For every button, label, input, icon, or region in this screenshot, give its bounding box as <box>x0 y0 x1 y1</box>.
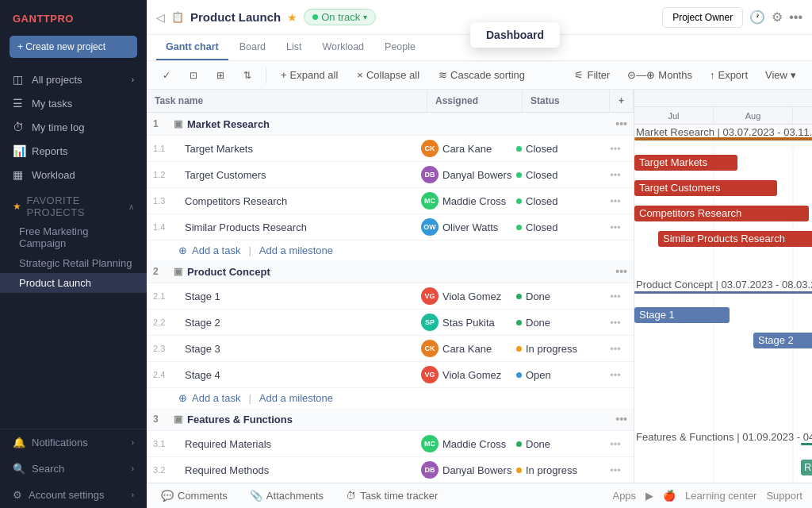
add-task-row[interactable]: ⊕ Add a task | Add a milestone <box>147 388 634 408</box>
task-num: 1.4 <box>153 222 178 232</box>
status-dot <box>516 225 522 230</box>
status-label: Closed <box>526 221 557 233</box>
activity-icon[interactable]: 🕐 <box>749 10 765 25</box>
support-label[interactable]: Support <box>766 490 802 502</box>
play-icon[interactable]: ▶ <box>645 490 653 502</box>
add-task-row[interactable]: ⊕ Add a task | Add a milestone <box>147 241 634 260</box>
status-dot <box>516 172 522 178</box>
project-title: Product Launch <box>190 10 281 24</box>
apple-icon[interactable]: 🍎 <box>663 490 676 502</box>
grid-icon[interactable]: ⊡ <box>183 67 204 84</box>
row-options-icon[interactable]: ••• <box>603 195 627 207</box>
svg-rect-12 <box>634 137 812 140</box>
sidebar-item-all-projects[interactable]: ◫ All projects › <box>0 67 147 91</box>
create-project-button[interactable]: + Create new project <box>10 36 137 58</box>
sidebar-item-workload[interactable]: ▦ Workload <box>0 163 147 187</box>
th-add[interactable]: + <box>610 90 634 112</box>
row-options-icon[interactable]: ••• <box>603 438 627 450</box>
task-name: Stage 1 <box>178 291 421 302</box>
assignee-name: Viola Gomez <box>442 369 501 381</box>
bell-icon: 🔔 <box>13 437 25 448</box>
svg-text:Competitors Research: Competitors Research <box>639 207 741 219</box>
expand-icon[interactable]: ▣ <box>174 414 182 425</box>
sidebar-item-free-marketing[interactable]: Free Marketing Campaign <box>0 221 147 253</box>
checkbox-icon[interactable]: ✓ <box>156 67 177 84</box>
group-name: Features & Functions <box>187 414 611 425</box>
star-icon[interactable]: ★ <box>287 11 297 24</box>
row-options-icon[interactable]: ••• <box>603 464 627 476</box>
expand-icon[interactable]: ▣ <box>174 118 182 129</box>
more-options-icon[interactable]: ••• <box>615 413 627 425</box>
add-milestone-label[interactable]: Add a milestone <box>259 392 333 404</box>
row-options-icon[interactable]: ••• <box>603 369 627 381</box>
project-owner-button[interactable]: Project Owner <box>662 7 743 28</box>
sidebar-item-notifications[interactable]: 🔔 Notifications › <box>0 429 147 456</box>
apps-label[interactable]: Apps <box>612 490 636 502</box>
time-tracker-label: Task time tracker <box>360 490 438 502</box>
tab-board[interactable]: Board <box>230 35 275 60</box>
collapse-label: Collapse all <box>366 69 419 81</box>
task-assigned: MC Maddie Cross <box>421 192 516 210</box>
columns-icon[interactable]: ⊞ <box>210 67 231 84</box>
sidebar-item-my-tasks[interactable]: ☰ My tasks <box>0 91 147 115</box>
add-milestone-label[interactable]: Add a milestone <box>259 244 333 256</box>
sidebar-item-time-log[interactable]: ⏱ My time log <box>0 115 147 139</box>
tab-workload[interactable]: Workload <box>313 35 374 60</box>
time-tracker-button[interactable]: ⏱ Task time tracker <box>341 487 442 504</box>
cascade-sorting-button[interactable]: ≋ Cascade sorting <box>432 66 531 84</box>
sidebar-item-strategic-retail[interactable]: Strategic Retail Planning <box>0 253 147 273</box>
row-options-icon[interactable]: ••• <box>603 221 627 233</box>
tab-people[interactable]: People <box>375 35 425 60</box>
expand-all-button[interactable]: + Expand all <box>274 66 344 84</box>
sidebar-item-account[interactable]: ⚙ Account settings › <box>0 482 147 508</box>
task-status: Done <box>516 291 603 302</box>
tab-list[interactable]: List <box>277 35 311 60</box>
status-badge[interactable]: On track ▾ <box>304 9 376 25</box>
comments-button[interactable]: 💬 Comments <box>156 487 232 504</box>
row-options-icon[interactable]: ••• <box>603 291 627 302</box>
export-button[interactable]: ↑ Export <box>703 66 754 84</box>
chevron-right-icon: › <box>132 491 134 499</box>
expand-icon[interactable]: ▣ <box>174 266 182 277</box>
sidebar-item-reports[interactable]: 📊 Reports <box>0 139 147 163</box>
assignee-name: Danyal Bowers <box>442 169 511 181</box>
group-num: 2 <box>153 266 169 277</box>
assignee-name: Stas Pukita <box>442 317 495 329</box>
svg-text:Market Research | 03.07.2023 -: Market Research | 03.07.2023 - 03.11.202… <box>636 126 812 138</box>
view-button[interactable]: View ▾ <box>759 66 802 84</box>
tab-gantt-chart[interactable]: Gantt chart <box>156 35 228 60</box>
avatar: CK <box>421 140 439 157</box>
learning-center-label[interactable]: Learning center <box>685 490 756 502</box>
workload-icon: ▦ <box>13 168 25 181</box>
sidebar-item-label: Reports <box>32 145 68 157</box>
sidebar-item-label: Search <box>32 463 64 475</box>
status-dot <box>516 468 522 473</box>
months-button[interactable]: ⊝—⊕ Months <box>621 66 699 84</box>
sidebar-item-product-launch[interactable]: Product Launch <box>0 273 147 293</box>
row-options-icon[interactable]: ••• <box>603 317 627 329</box>
row-options-icon[interactable]: ••• <box>603 169 627 181</box>
task-status: Closed <box>516 143 603 155</box>
more-options-icon[interactable]: ••• <box>615 117 627 130</box>
row-options-icon[interactable]: ••• <box>603 343 627 355</box>
sidebar-item-search[interactable]: 🔍 Search › <box>0 456 147 482</box>
task-name: Similar Products Research <box>178 221 421 233</box>
task-name: Competitors Research <box>178 195 421 207</box>
task-assigned: MC Maddie Cross <box>421 435 516 452</box>
more-options-icon[interactable]: ••• <box>615 265 627 278</box>
chevron-down-icon[interactable]: ∧ <box>128 202 135 211</box>
row-options-icon[interactable]: ••• <box>603 143 627 155</box>
more-options-icon[interactable]: ••• <box>789 10 802 25</box>
filter-button[interactable]: ⚟ Filter <box>568 66 616 84</box>
separator: | <box>248 244 251 256</box>
add-task-label[interactable]: Add a task <box>192 392 240 404</box>
attachments-button[interactable]: 📎 Attachments <box>245 487 328 504</box>
add-task-label[interactable]: Add a task <box>192 244 240 256</box>
sort-icon[interactable]: ⇅ <box>237 67 258 84</box>
collapse-all-button[interactable]: × Collapse all <box>350 66 426 84</box>
settings-icon[interactable]: ⚙ <box>772 10 783 25</box>
assignee-name: Maddie Cross <box>442 195 506 207</box>
sidebar-toggle-icon[interactable]: ◁ <box>156 11 165 24</box>
table-row: 3.2 Required Methods DB Danyal Bowers In… <box>147 457 634 483</box>
group-name: Product Concept <box>187 266 611 278</box>
